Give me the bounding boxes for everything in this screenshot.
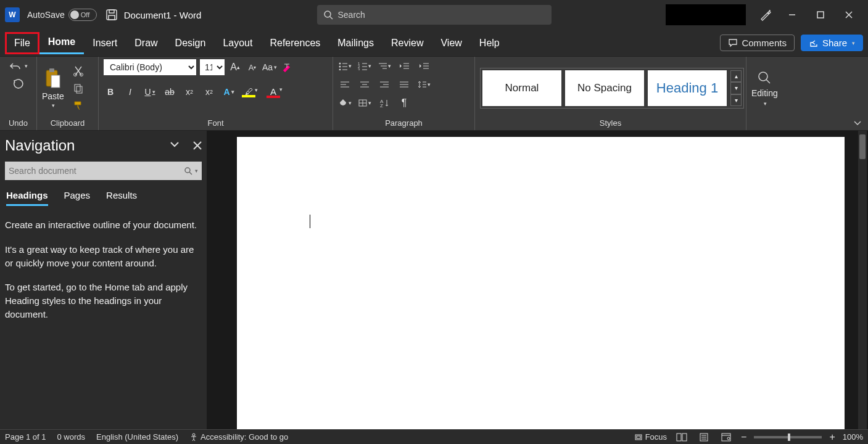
status-words[interactable]: 0 words [57, 432, 86, 442]
zoom-level[interactable]: 100% [843, 432, 863, 442]
svg-text:Z: Z [380, 103, 383, 107]
paste-button[interactable]: Paste ▾ [42, 68, 64, 109]
vertical-scrollbar[interactable] [858, 131, 867, 429]
format-painter-button[interactable] [72, 99, 85, 112]
cut-button[interactable] [72, 64, 85, 78]
share-button[interactable]: Share ▾ [801, 35, 863, 51]
font-name-select[interactable]: Calibri (Body) [104, 59, 196, 75]
main-area: Navigation ▾ Headings Pages Results Crea… [0, 131, 868, 429]
page[interactable] [237, 137, 845, 429]
multilevel-list-button[interactable]: ▾ [378, 59, 391, 73]
scrollbar-thumb[interactable] [859, 134, 866, 159]
style-no-spacing[interactable]: No Spacing [565, 70, 644, 106]
styles-scroll-up[interactable]: ▴ [730, 70, 742, 82]
toggle-switch[interactable]: Off [68, 9, 97, 21]
nav-tab-results[interactable]: Results [106, 190, 137, 206]
styles-scroll-down[interactable]: ▾ [730, 82, 742, 94]
nav-search-box[interactable]: ▾ [5, 162, 202, 180]
tab-mailings[interactable]: Mailings [329, 33, 382, 54]
close-button[interactable] [835, 2, 863, 27]
align-center-button[interactable] [358, 78, 371, 91]
underline-button[interactable]: U▾ [143, 85, 157, 99]
nav-tab-headings[interactable]: Headings [6, 190, 48, 206]
autosave-toggle[interactable]: AutoSave Off [27, 9, 97, 21]
chevron-down-icon[interactable]: ▾ [195, 168, 198, 174]
align-right-button[interactable] [378, 78, 391, 91]
nav-search-input[interactable] [9, 166, 184, 176]
italic-button[interactable]: I [123, 85, 137, 99]
ribbon-collapse-button[interactable] [853, 120, 862, 126]
tab-review[interactable]: Review [382, 33, 432, 54]
svg-line-62 [189, 172, 192, 175]
styles-expand[interactable]: ▾ [730, 94, 742, 106]
increase-font-button[interactable]: A▴ [228, 60, 242, 74]
numbering-button[interactable]: 123▾ [358, 59, 371, 73]
maximize-button[interactable] [806, 2, 835, 27]
zoom-in-button[interactable]: + [829, 432, 835, 443]
tab-help[interactable]: Help [471, 33, 508, 54]
increase-indent-button[interactable] [417, 59, 431, 73]
clear-formatting-button[interactable] [280, 60, 294, 74]
redo-button[interactable] [12, 78, 25, 91]
focus-mode-button[interactable]: Focus [634, 432, 667, 442]
tab-references[interactable]: References [261, 33, 329, 54]
tab-file[interactable]: File [5, 32, 39, 54]
minimize-button[interactable] [778, 2, 806, 27]
print-layout-button[interactable] [696, 431, 711, 443]
bold-button[interactable]: B [104, 85, 117, 99]
document-canvas[interactable] [207, 131, 868, 429]
svg-point-3 [324, 11, 331, 17]
superscript-button[interactable]: x2 [202, 85, 216, 99]
status-language[interactable]: English (United States) [96, 432, 178, 442]
styles-group-label: Styles [480, 117, 741, 129]
svg-rect-6 [817, 12, 824, 18]
tab-home[interactable]: Home [39, 31, 84, 54]
shading-button[interactable]: ▾ [338, 96, 352, 110]
editing-button[interactable]: Editing ▾ [751, 70, 778, 107]
highlight-button[interactable]: 🖊▾ [242, 87, 255, 97]
tab-draw[interactable]: Draw [126, 33, 166, 54]
sort-button[interactable]: AZ [378, 96, 391, 110]
web-layout-button[interactable] [719, 431, 734, 443]
svg-line-4 [330, 17, 333, 19]
strikethrough-button[interactable]: ab [163, 85, 176, 99]
nav-collapse-icon[interactable] [170, 141, 180, 150]
change-case-button[interactable]: Aa▾ [263, 60, 276, 74]
paragraph-group-label: Paragraph [338, 117, 469, 129]
decrease-indent-button[interactable] [397, 59, 411, 73]
justify-button[interactable] [397, 78, 411, 91]
nav-tab-pages[interactable]: Pages [64, 190, 91, 206]
coming-soon-icon[interactable] [753, 2, 778, 27]
comments-button[interactable]: Comments [720, 35, 795, 51]
status-page[interactable]: Page 1 of 1 [5, 432, 46, 442]
find-icon [756, 70, 772, 86]
tab-view[interactable]: View [432, 33, 470, 54]
borders-button[interactable]: ▾ [358, 96, 371, 110]
zoom-slider-thumb[interactable] [788, 434, 790, 441]
subscript-button[interactable]: x2 [183, 85, 196, 99]
status-accessibility[interactable]: Accessibility: Good to go [189, 432, 288, 442]
tab-design[interactable]: Design [167, 33, 215, 54]
text-effects-button[interactable]: A▾ [222, 85, 236, 99]
font-size-select[interactable]: 11 [200, 59, 225, 75]
style-heading-1[interactable]: Heading 1 [648, 70, 727, 106]
user-account-area[interactable] [666, 4, 746, 25]
read-mode-button[interactable] [674, 431, 689, 443]
style-normal[interactable]: Normal [482, 70, 561, 106]
font-color-button[interactable]: A▾ [267, 86, 280, 98]
copy-button[interactable] [72, 81, 85, 95]
tab-insert[interactable]: Insert [84, 33, 126, 54]
decrease-font-button[interactable]: A▾ [246, 60, 259, 74]
show-hide-button[interactable]: ¶ [397, 96, 411, 110]
zoom-out-button[interactable]: − [741, 432, 746, 443]
save-icon[interactable] [105, 9, 118, 21]
tab-layout[interactable]: Layout [214, 33, 261, 54]
line-spacing-button[interactable]: ▾ [417, 78, 431, 91]
align-left-button[interactable] [338, 78, 352, 91]
zoom-slider[interactable] [754, 436, 822, 438]
search-box[interactable]: Search [317, 5, 552, 25]
nav-close-icon[interactable] [193, 141, 202, 150]
undo-button[interactable]: ▾ [8, 59, 29, 73]
bullets-button[interactable]: ▾ [338, 59, 352, 73]
titlebar: W AutoSave Off Document1 - Word Search [0, 0, 868, 30]
